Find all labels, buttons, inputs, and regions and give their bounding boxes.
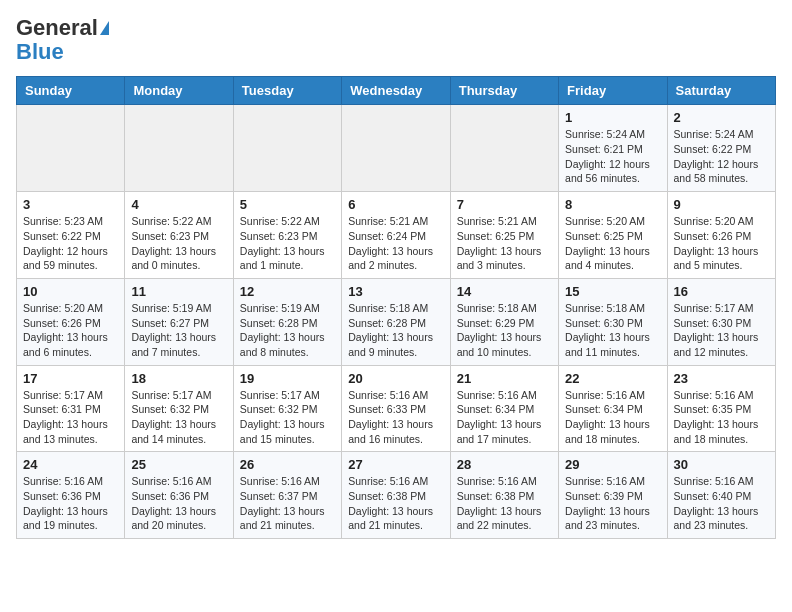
weekday-header: Thursday xyxy=(450,77,558,105)
calendar-cell: 21Sunrise: 5:16 AMSunset: 6:34 PMDayligh… xyxy=(450,365,558,452)
day-number: 2 xyxy=(674,110,769,125)
logo-icon xyxy=(100,21,109,35)
logo: General Blue xyxy=(16,16,109,64)
cell-info: Sunrise: 5:17 AMSunset: 6:32 PMDaylight:… xyxy=(240,388,335,447)
day-number: 27 xyxy=(348,457,443,472)
calendar-cell: 1Sunrise: 5:24 AMSunset: 6:21 PMDaylight… xyxy=(559,105,667,192)
calendar-week-row: 3Sunrise: 5:23 AMSunset: 6:22 PMDaylight… xyxy=(17,192,776,279)
logo-blue: Blue xyxy=(16,40,64,64)
calendar-cell xyxy=(450,105,558,192)
cell-info: Sunrise: 5:24 AMSunset: 6:21 PMDaylight:… xyxy=(565,127,660,186)
cell-info: Sunrise: 5:18 AMSunset: 6:29 PMDaylight:… xyxy=(457,301,552,360)
weekday-header: Friday xyxy=(559,77,667,105)
calendar-cell: 25Sunrise: 5:16 AMSunset: 6:36 PMDayligh… xyxy=(125,452,233,539)
calendar-cell: 17Sunrise: 5:17 AMSunset: 6:31 PMDayligh… xyxy=(17,365,125,452)
calendar-cell: 10Sunrise: 5:20 AMSunset: 6:26 PMDayligh… xyxy=(17,278,125,365)
page-header: General Blue xyxy=(16,16,776,64)
cell-info: Sunrise: 5:16 AMSunset: 6:35 PMDaylight:… xyxy=(674,388,769,447)
calendar-week-row: 24Sunrise: 5:16 AMSunset: 6:36 PMDayligh… xyxy=(17,452,776,539)
day-number: 14 xyxy=(457,284,552,299)
day-number: 8 xyxy=(565,197,660,212)
day-number: 28 xyxy=(457,457,552,472)
cell-info: Sunrise: 5:16 AMSunset: 6:40 PMDaylight:… xyxy=(674,474,769,533)
day-number: 20 xyxy=(348,371,443,386)
day-number: 9 xyxy=(674,197,769,212)
cell-info: Sunrise: 5:16 AMSunset: 6:37 PMDaylight:… xyxy=(240,474,335,533)
day-number: 22 xyxy=(565,371,660,386)
weekday-header: Tuesday xyxy=(233,77,341,105)
calendar-header-row: SundayMondayTuesdayWednesdayThursdayFrid… xyxy=(17,77,776,105)
day-number: 30 xyxy=(674,457,769,472)
calendar-table: SundayMondayTuesdayWednesdayThursdayFrid… xyxy=(16,76,776,539)
calendar-cell: 15Sunrise: 5:18 AMSunset: 6:30 PMDayligh… xyxy=(559,278,667,365)
day-number: 15 xyxy=(565,284,660,299)
weekday-header: Monday xyxy=(125,77,233,105)
day-number: 17 xyxy=(23,371,118,386)
calendar-cell: 9Sunrise: 5:20 AMSunset: 6:26 PMDaylight… xyxy=(667,192,775,279)
calendar-cell: 7Sunrise: 5:21 AMSunset: 6:25 PMDaylight… xyxy=(450,192,558,279)
weekday-header: Wednesday xyxy=(342,77,450,105)
cell-info: Sunrise: 5:16 AMSunset: 6:36 PMDaylight:… xyxy=(23,474,118,533)
calendar-cell: 30Sunrise: 5:16 AMSunset: 6:40 PMDayligh… xyxy=(667,452,775,539)
cell-info: Sunrise: 5:16 AMSunset: 6:39 PMDaylight:… xyxy=(565,474,660,533)
cell-info: Sunrise: 5:19 AMSunset: 6:28 PMDaylight:… xyxy=(240,301,335,360)
calendar-cell: 22Sunrise: 5:16 AMSunset: 6:34 PMDayligh… xyxy=(559,365,667,452)
cell-info: Sunrise: 5:17 AMSunset: 6:30 PMDaylight:… xyxy=(674,301,769,360)
day-number: 26 xyxy=(240,457,335,472)
calendar-cell: 3Sunrise: 5:23 AMSunset: 6:22 PMDaylight… xyxy=(17,192,125,279)
cell-info: Sunrise: 5:20 AMSunset: 6:26 PMDaylight:… xyxy=(674,214,769,273)
cell-info: Sunrise: 5:16 AMSunset: 6:34 PMDaylight:… xyxy=(565,388,660,447)
cell-info: Sunrise: 5:19 AMSunset: 6:27 PMDaylight:… xyxy=(131,301,226,360)
calendar-cell: 14Sunrise: 5:18 AMSunset: 6:29 PMDayligh… xyxy=(450,278,558,365)
calendar-cell: 20Sunrise: 5:16 AMSunset: 6:33 PMDayligh… xyxy=(342,365,450,452)
day-number: 18 xyxy=(131,371,226,386)
logo-general: General xyxy=(16,16,98,40)
calendar-cell xyxy=(17,105,125,192)
calendar-cell: 12Sunrise: 5:19 AMSunset: 6:28 PMDayligh… xyxy=(233,278,341,365)
cell-info: Sunrise: 5:21 AMSunset: 6:24 PMDaylight:… xyxy=(348,214,443,273)
day-number: 24 xyxy=(23,457,118,472)
cell-info: Sunrise: 5:16 AMSunset: 6:38 PMDaylight:… xyxy=(348,474,443,533)
day-number: 7 xyxy=(457,197,552,212)
cell-info: Sunrise: 5:20 AMSunset: 6:26 PMDaylight:… xyxy=(23,301,118,360)
cell-info: Sunrise: 5:16 AMSunset: 6:34 PMDaylight:… xyxy=(457,388,552,447)
cell-info: Sunrise: 5:20 AMSunset: 6:25 PMDaylight:… xyxy=(565,214,660,273)
day-number: 25 xyxy=(131,457,226,472)
calendar-cell: 26Sunrise: 5:16 AMSunset: 6:37 PMDayligh… xyxy=(233,452,341,539)
day-number: 21 xyxy=(457,371,552,386)
calendar-cell: 13Sunrise: 5:18 AMSunset: 6:28 PMDayligh… xyxy=(342,278,450,365)
day-number: 6 xyxy=(348,197,443,212)
calendar-cell: 2Sunrise: 5:24 AMSunset: 6:22 PMDaylight… xyxy=(667,105,775,192)
cell-info: Sunrise: 5:23 AMSunset: 6:22 PMDaylight:… xyxy=(23,214,118,273)
day-number: 10 xyxy=(23,284,118,299)
cell-info: Sunrise: 5:16 AMSunset: 6:36 PMDaylight:… xyxy=(131,474,226,533)
day-number: 16 xyxy=(674,284,769,299)
calendar-cell: 8Sunrise: 5:20 AMSunset: 6:25 PMDaylight… xyxy=(559,192,667,279)
calendar-cell: 18Sunrise: 5:17 AMSunset: 6:32 PMDayligh… xyxy=(125,365,233,452)
calendar-cell: 29Sunrise: 5:16 AMSunset: 6:39 PMDayligh… xyxy=(559,452,667,539)
calendar-cell xyxy=(342,105,450,192)
calendar-week-row: 1Sunrise: 5:24 AMSunset: 6:21 PMDaylight… xyxy=(17,105,776,192)
weekday-header: Saturday xyxy=(667,77,775,105)
day-number: 11 xyxy=(131,284,226,299)
calendar-week-row: 10Sunrise: 5:20 AMSunset: 6:26 PMDayligh… xyxy=(17,278,776,365)
calendar-cell: 11Sunrise: 5:19 AMSunset: 6:27 PMDayligh… xyxy=(125,278,233,365)
calendar-week-row: 17Sunrise: 5:17 AMSunset: 6:31 PMDayligh… xyxy=(17,365,776,452)
cell-info: Sunrise: 5:22 AMSunset: 6:23 PMDaylight:… xyxy=(240,214,335,273)
day-number: 3 xyxy=(23,197,118,212)
calendar-cell xyxy=(125,105,233,192)
cell-info: Sunrise: 5:24 AMSunset: 6:22 PMDaylight:… xyxy=(674,127,769,186)
day-number: 19 xyxy=(240,371,335,386)
calendar-cell: 16Sunrise: 5:17 AMSunset: 6:30 PMDayligh… xyxy=(667,278,775,365)
day-number: 1 xyxy=(565,110,660,125)
day-number: 29 xyxy=(565,457,660,472)
calendar-body: 1Sunrise: 5:24 AMSunset: 6:21 PMDaylight… xyxy=(17,105,776,539)
day-number: 4 xyxy=(131,197,226,212)
calendar-cell: 24Sunrise: 5:16 AMSunset: 6:36 PMDayligh… xyxy=(17,452,125,539)
cell-info: Sunrise: 5:17 AMSunset: 6:31 PMDaylight:… xyxy=(23,388,118,447)
day-number: 12 xyxy=(240,284,335,299)
cell-info: Sunrise: 5:18 AMSunset: 6:30 PMDaylight:… xyxy=(565,301,660,360)
calendar-cell: 5Sunrise: 5:22 AMSunset: 6:23 PMDaylight… xyxy=(233,192,341,279)
calendar-cell: 27Sunrise: 5:16 AMSunset: 6:38 PMDayligh… xyxy=(342,452,450,539)
calendar-cell: 23Sunrise: 5:16 AMSunset: 6:35 PMDayligh… xyxy=(667,365,775,452)
